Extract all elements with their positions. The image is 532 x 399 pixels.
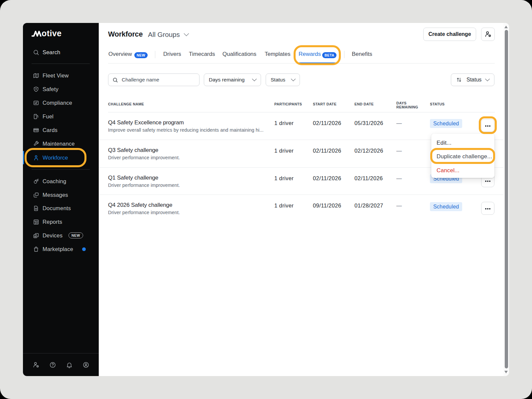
svg-text:otive: otive [42,29,62,38]
